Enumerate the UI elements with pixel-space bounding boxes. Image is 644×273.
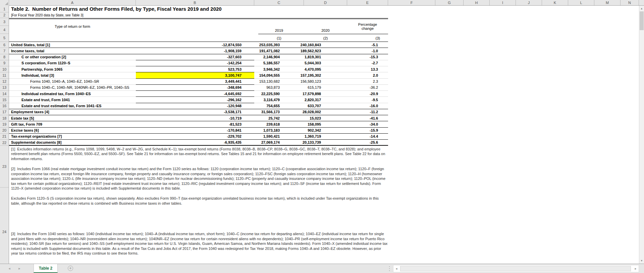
cell-2020[interactable]: 15,023 xyxy=(304,115,347,121)
row-header-6[interactable]: 6 xyxy=(0,42,9,48)
column-header-J[interactable]: J xyxy=(516,0,542,5)
cell-difference[interactable]: -6,935,435 xyxy=(136,140,254,145)
cell-percentage-change[interactable]: 2.0 xyxy=(347,72,388,78)
cell-2020[interactable]: 20,133,739 xyxy=(304,140,347,145)
cell-2019[interactable]: 27,069,174 xyxy=(254,140,304,145)
cell-2019[interactable]: 25,742 xyxy=(254,115,304,121)
row-header-24[interactable]: 24 xyxy=(0,188,9,264)
cell-percentage-change[interactable]: -9.5 xyxy=(347,97,388,103)
cell-percentage-change[interactable]: -25.6 xyxy=(347,140,388,145)
cell-percentage-change[interactable]: -5.1 xyxy=(347,42,388,48)
cell-percentage-change[interactable]: -16.0 xyxy=(347,103,388,109)
cell-2019[interactable]: 754,655 xyxy=(254,103,304,109)
tab-scrollbar-splitter[interactable] xyxy=(389,266,390,271)
cell-2020[interactable]: 17,579,898 xyxy=(304,91,347,96)
column-header-E[interactable]: E xyxy=(347,0,388,5)
cell-2019[interactable]: 2,146,904 xyxy=(254,54,304,60)
cell-2020[interactable]: 1,819,301 xyxy=(304,54,347,60)
cell-2020[interactable]: 1,360,719 xyxy=(304,134,347,139)
cell-difference[interactable]: 523,753 xyxy=(136,66,254,72)
horizontal-scrollbar-thumb[interactable] xyxy=(400,266,631,271)
cell-2019[interactable]: 154,094,555 xyxy=(254,72,304,78)
row-header-19[interactable]: 19 xyxy=(0,121,9,127)
cell-percentage-change[interactable]: -14.4 xyxy=(347,134,388,139)
row-header-5[interactable]: 5 xyxy=(0,34,9,42)
cell-difference[interactable]: -296,162 xyxy=(136,97,254,103)
row-header-12[interactable]: 12 xyxy=(0,79,9,85)
cell-difference[interactable]: -10,719 xyxy=(136,115,254,121)
header-type-of-return[interactable]: Type of return or form xyxy=(9,19,136,34)
column-header-C[interactable]: C xyxy=(254,0,304,5)
cell-percentage-change[interactable]: -34.0 xyxy=(347,121,388,127)
cell-percentage-change[interactable]: -20.9 xyxy=(347,91,388,96)
cell-difference[interactable]: -348,694 xyxy=(136,85,254,90)
column-header-A[interactable]: A xyxy=(9,0,136,5)
cell-difference[interactable]: -229,702 xyxy=(136,134,254,139)
footnote-3[interactable]: Excludes Form 1120–S (S corporation inco… xyxy=(11,196,389,206)
footnote-2[interactable]: [2] Includes Form 1066 (real estate mort… xyxy=(11,166,389,191)
scroll-right-icon[interactable]: ► xyxy=(633,265,639,272)
cell-difference[interactable]: -120,948 xyxy=(136,103,254,109)
cell-percentage-change[interactable]: -2.7 xyxy=(347,60,388,66)
add-sheet-icon[interactable]: + xyxy=(68,266,73,271)
cell-2020[interactable]: 2,820,317 xyxy=(304,97,347,103)
cell-difference[interactable]: -142,254 xyxy=(136,60,254,66)
column-header-D[interactable]: D xyxy=(304,0,347,5)
cell-2019[interactable]: 239,618 xyxy=(254,121,304,127)
column-index-1[interactable]: (1) xyxy=(254,34,304,42)
cell-difference[interactable]: 3,100,747 xyxy=(136,72,254,78)
cell-2020[interactable]: 902,342 xyxy=(304,128,347,133)
header-2020[interactable]: 2020 xyxy=(304,19,347,34)
cell-2019[interactable]: 1,590,421 xyxy=(254,134,304,139)
row-header-16[interactable]: 16 xyxy=(0,103,9,109)
row-header-21[interactable]: 21 xyxy=(0,134,9,140)
cell-difference[interactable]: -327,603 xyxy=(136,54,254,60)
row-header-15[interactable]: 15 xyxy=(0,97,9,103)
page-title[interactable]: Table 2. Number of Returns and Other For… xyxy=(11,6,222,12)
vertical-scrollbar[interactable]: ▲ ▼ xyxy=(639,6,644,264)
row-header-7[interactable]: 7 xyxy=(0,48,9,54)
cell-percentage-change[interactable]: -36.2 xyxy=(347,85,388,90)
row-header-10[interactable]: 10 xyxy=(0,66,9,72)
scroll-left-icon[interactable]: ◄ xyxy=(393,265,399,272)
tab-nav-left-icon[interactable]: ◂ xyxy=(5,264,13,273)
row-header-23[interactable]: 23 xyxy=(0,146,9,188)
cell-2020[interactable]: 240,160,843 xyxy=(304,42,347,48)
cell-2020[interactable]: 633,707 xyxy=(304,103,347,109)
row-header-20[interactable]: 20 xyxy=(0,128,9,134)
cell-2019[interactable]: 253,035,393 xyxy=(254,42,304,48)
cell-2019[interactable]: 31,566,173 xyxy=(254,109,304,115)
row-header-14[interactable]: 14 xyxy=(0,91,9,97)
cell-2020[interactable]: 156,580,123 xyxy=(304,79,347,84)
cell-2019[interactable]: 153,130,682 xyxy=(254,79,304,84)
column-index-3[interactable]: (3) xyxy=(347,34,388,42)
row-header-4[interactable]: 4 xyxy=(0,26,9,34)
row-header-3[interactable]: 3 xyxy=(0,18,9,26)
cell-percentage-change[interactable]: 2.3 xyxy=(347,79,388,84)
cell-2020[interactable]: 157,195,302 xyxy=(304,72,347,78)
column-header-B[interactable]: B xyxy=(136,0,254,5)
column-header-N[interactable]: N xyxy=(621,0,639,5)
cell-percentage-change[interactable]: -1.0 xyxy=(347,48,388,54)
cell-2019[interactable]: 191,471,082 xyxy=(254,48,304,54)
footnote-1[interactable]: [1] Excludes information returns (e.g., … xyxy=(11,147,389,161)
row-header-22[interactable]: 22 xyxy=(0,140,9,146)
cell-percentage-change[interactable]: -11.2 xyxy=(347,109,388,115)
row-header-18[interactable]: 18 xyxy=(0,115,9,121)
cell-2019[interactable]: 3,946,342 xyxy=(254,66,304,72)
scroll-up-icon[interactable]: ▲ xyxy=(639,6,644,11)
cell-2019[interactable]: 1,073,183 xyxy=(254,128,304,133)
cell-2020[interactable]: 158,095 xyxy=(304,121,347,127)
header-2019[interactable]: 2019 xyxy=(254,19,304,34)
cell-2020[interactable]: 4,470,095 xyxy=(304,66,347,72)
scroll-down-icon[interactable]: ▼ xyxy=(639,258,644,264)
cell-2019[interactable]: 3,116,479 xyxy=(254,97,304,103)
sheet-canvas[interactable]: Table 2. Number of Returns and Other For… xyxy=(9,6,639,264)
cell-percentage-change[interactable]: -41.6 xyxy=(347,115,388,121)
column-header-F[interactable]: F xyxy=(388,0,435,5)
sheet-tab-table2[interactable]: Table 2 xyxy=(34,264,58,273)
column-header-G[interactable]: G xyxy=(435,0,464,5)
row-header-9[interactable]: 9 xyxy=(0,60,9,66)
footnote-4[interactable]: [3] Includes the Form 1040 series as fol… xyxy=(11,231,389,256)
cell-2020[interactable]: 28,028,002 xyxy=(304,109,347,115)
